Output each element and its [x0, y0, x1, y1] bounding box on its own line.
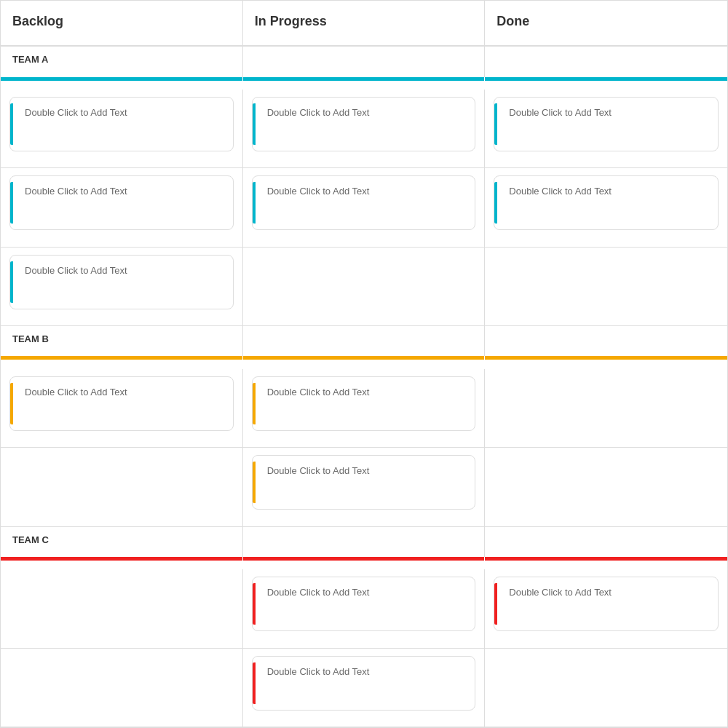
card[interactable]: Double Click to Add Text	[252, 577, 476, 631]
cell-team-c-r0-c0	[1, 569, 243, 648]
divider-segment-team-b-1	[243, 356, 486, 360]
card-text: Double Click to Add Text	[263, 387, 370, 397]
card-text: Double Click to Add Text	[20, 107, 127, 118]
card-text: Double Click to Add Text	[263, 465, 370, 476]
cell-team-b-r0-c2	[485, 369, 727, 448]
team-label-row-team-a: TEAM A	[1, 47, 727, 76]
cells-row-team-a-0: Double Click to Add TextDouble Click to …	[1, 90, 727, 168]
cells-row-team-b-1: Double Click to Add Text	[1, 448, 727, 526]
team-divider-team-c	[1, 557, 727, 569]
card[interactable]: Double Click to Add Text	[9, 255, 234, 309]
divider-segment-team-a-0	[1, 77, 243, 81]
card[interactable]: Double Click to Add Text	[9, 97, 234, 151]
team-label-text-team-a: TEAM A	[12, 54, 48, 65]
team-label-team-c-col-0: TEAM C	[1, 527, 243, 557]
team-label-text-team-c: TEAM C	[12, 534, 49, 545]
card[interactable]: Double Click to Add Text	[9, 175, 234, 230]
card-text: Double Click to Add Text	[505, 186, 612, 197]
col-header-done: Done	[485, 1, 727, 46]
card-text: Double Click to Add Text	[263, 666, 370, 677]
team-label-team-b-col-0: TEAM B	[1, 326, 243, 356]
cell-team-c-r0-c1: Double Click to Add Text	[243, 569, 486, 648]
card[interactable]: Double Click to Add Text	[252, 175, 476, 230]
card[interactable]: Double Click to Add Text	[494, 577, 719, 631]
cells-row-team-c-0: Double Click to Add TextDouble Click to …	[1, 569, 727, 648]
cell-team-c-r0-c2: Double Click to Add Text	[485, 569, 727, 648]
card[interactable]: Double Click to Add Text	[252, 376, 476, 431]
card-text: Double Click to Add Text	[505, 107, 612, 118]
team-label-text-team-b: TEAM B	[12, 333, 49, 344]
cell-team-b-r0-c1: Double Click to Add Text	[243, 369, 486, 448]
team-label-team-a-col-0: TEAM A	[1, 47, 243, 76]
kanban-board: BacklogIn ProgressDoneTEAM ADouble Click…	[0, 0, 728, 728]
card[interactable]: Double Click to Add Text	[252, 656, 476, 711]
team-divider-team-a	[1, 77, 727, 90]
team-label-team-b-col-1	[243, 326, 486, 356]
cell-team-a-r1-c2: Double Click to Add Text	[485, 168, 727, 247]
card-text: Double Click to Add Text	[263, 107, 370, 118]
cells-row-team-b-0: Double Click to Add TextDouble Click to …	[1, 369, 727, 448]
card-text: Double Click to Add Text	[20, 387, 127, 397]
cell-team-b-r1-c1: Double Click to Add Text	[243, 448, 486, 526]
cell-team-b-r0-c0: Double Click to Add Text	[1, 369, 243, 448]
cell-team-a-r0-c0: Double Click to Add Text	[1, 90, 243, 168]
cells-row-team-c-1: Double Click to Add Text	[1, 649, 727, 727]
cell-team-a-r2-c2	[485, 248, 727, 326]
team-divider-team-b	[1, 356, 727, 368]
divider-segment-team-c-2	[485, 557, 727, 561]
col-header-in-progress: In Progress	[243, 1, 486, 46]
team-label-row-team-b: TEAM B	[1, 326, 727, 356]
team-label-team-b-col-2	[485, 326, 727, 356]
cell-team-a-r1-c0: Double Click to Add Text	[1, 168, 243, 247]
card-text: Double Click to Add Text	[263, 587, 370, 598]
cell-team-a-r0-c1: Double Click to Add Text	[243, 90, 486, 168]
team-label-team-c-col-2	[485, 527, 727, 557]
card[interactable]: Double Click to Add Text	[494, 97, 719, 151]
cell-team-b-r1-c2	[485, 448, 727, 526]
divider-segment-team-a-1	[243, 77, 486, 81]
cell-team-a-r0-c2: Double Click to Add Text	[485, 90, 727, 168]
cells-row-team-a-2: Double Click to Add Text	[1, 248, 727, 326]
cell-team-b-r1-c0	[1, 448, 243, 526]
divider-segment-team-b-0	[1, 356, 243, 360]
card[interactable]: Double Click to Add Text	[494, 175, 719, 230]
divider-segment-team-a-2	[485, 77, 727, 81]
col-header-backlog: Backlog	[1, 1, 243, 46]
column-headers: BacklogIn ProgressDone	[1, 1, 727, 47]
cell-team-a-r2-c0: Double Click to Add Text	[1, 248, 243, 326]
team-label-team-c-col-1	[243, 527, 486, 557]
card-text: Double Click to Add Text	[20, 265, 127, 276]
cell-team-c-r1-c1: Double Click to Add Text	[243, 649, 486, 727]
cell-team-a-r1-c1: Double Click to Add Text	[243, 168, 486, 247]
cell-team-c-r1-c0	[1, 649, 243, 727]
team-label-team-a-col-2	[485, 47, 727, 76]
divider-segment-team-b-2	[485, 356, 727, 360]
card-text: Double Click to Add Text	[263, 186, 370, 197]
divider-segment-team-c-1	[243, 557, 486, 561]
card[interactable]: Double Click to Add Text	[252, 97, 476, 151]
card[interactable]: Double Click to Add Text	[9, 376, 234, 431]
card-text: Double Click to Add Text	[505, 587, 612, 598]
card[interactable]: Double Click to Add Text	[252, 455, 476, 510]
cells-row-team-a-1: Double Click to Add TextDouble Click to …	[1, 168, 727, 247]
cell-team-a-r2-c1	[243, 248, 486, 326]
team-label-row-team-c: TEAM C	[1, 527, 727, 557]
card-text: Double Click to Add Text	[20, 186, 127, 197]
team-label-team-a-col-1	[243, 47, 486, 76]
cell-team-c-r1-c2	[485, 649, 727, 727]
divider-segment-team-c-0	[1, 557, 243, 561]
